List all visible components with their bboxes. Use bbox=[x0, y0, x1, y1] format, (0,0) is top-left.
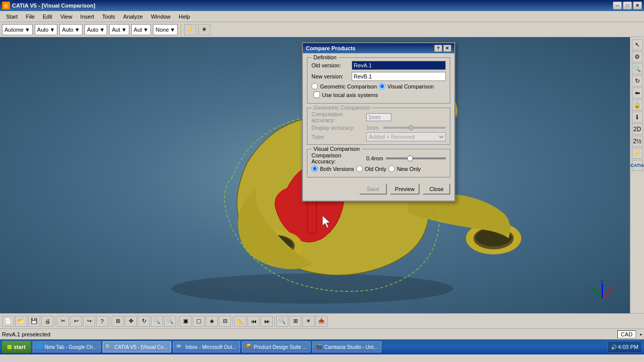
combo-auto3[interactable]: Auto▼ bbox=[85, 24, 108, 35]
preview-button[interactable]: Preview bbox=[390, 184, 420, 195]
rt-btn7[interactable]: 2D bbox=[632, 124, 643, 135]
close-button[interactable]: Close bbox=[423, 184, 450, 195]
computation-accuracy-label: Computation accuracy: bbox=[311, 111, 364, 123]
bt-front-btn[interactable]: ▣ bbox=[180, 316, 192, 327]
combo-aut1[interactable]: Aut▼ bbox=[109, 24, 129, 35]
close-button[interactable]: ✕ bbox=[633, 2, 642, 10]
rt-btn3[interactable]: ↻ bbox=[632, 75, 643, 86]
rt-btn2[interactable]: 🔍 bbox=[632, 63, 643, 74]
bt-rotate-btn[interactable]: ↻ bbox=[138, 316, 150, 327]
geometric-comparison-radio[interactable] bbox=[311, 83, 318, 89]
bt-new-btn[interactable]: 📄 bbox=[2, 316, 14, 327]
bt-export-btn[interactable]: 📤 bbox=[315, 316, 328, 327]
combo-automode[interactable]: Autome▼ bbox=[2, 24, 33, 35]
bt-redo-btn[interactable]: ↪ bbox=[83, 316, 95, 327]
menu-start[interactable]: Start bbox=[2, 13, 22, 21]
comparison-accuracy-thumb[interactable] bbox=[407, 155, 413, 161]
bt-pan-btn[interactable]: ✥ bbox=[125, 316, 137, 327]
menu-file[interactable]: File bbox=[22, 13, 39, 21]
old-version-input[interactable] bbox=[352, 61, 446, 70]
rt-btn1[interactable]: ⚙ bbox=[632, 51, 643, 62]
menu-view[interactable]: View bbox=[56, 13, 76, 21]
taskbar-time: 4:03 PM bbox=[618, 344, 638, 350]
bt-sep2 bbox=[110, 316, 110, 326]
bt-help-btn[interactable]: ? bbox=[96, 316, 108, 327]
camtasia-icon: 🎬 bbox=[316, 343, 323, 350]
bt-sep1 bbox=[55, 316, 55, 326]
taskbar-outlook-btn[interactable]: ✉ Inbox - Microsoft Out... bbox=[173, 341, 239, 352]
bt-undo-btn[interactable]: ↩ bbox=[70, 316, 82, 327]
maximize-button[interactable]: □ bbox=[623, 2, 632, 10]
dialog-help-button[interactable]: ? bbox=[434, 45, 442, 52]
bt-measure-btn[interactable]: 📐 bbox=[234, 316, 247, 327]
rt-btn6[interactable]: ℹ bbox=[632, 112, 643, 123]
bt-next-btn[interactable]: ⏭ bbox=[261, 316, 273, 327]
bt-zoom-out-btn[interactable]: 🔍 bbox=[164, 316, 176, 327]
rt-btn9[interactable]: ⚡ bbox=[632, 148, 643, 159]
old-version-row: Old version: bbox=[311, 61, 446, 70]
bt-save-btn[interactable]: 💾 bbox=[28, 316, 40, 327]
visual-comparison-radio[interactable] bbox=[379, 83, 385, 89]
toolbar-snap-icon[interactable]: ⚡ bbox=[184, 24, 196, 35]
combo-auto2[interactable]: Auto▼ bbox=[59, 24, 83, 35]
menu-help[interactable]: Help bbox=[175, 13, 194, 21]
taskbar-product-btn[interactable]: 📦 Product Design Suite ... bbox=[242, 341, 310, 352]
rt-btn5[interactable]: 🔒 bbox=[632, 100, 643, 111]
menu-insert[interactable]: Insert bbox=[76, 13, 99, 21]
both-versions-radio[interactable] bbox=[311, 165, 318, 172]
minimize-button[interactable]: ─ bbox=[613, 2, 622, 10]
version-display-row: Both Versions Old Only New Only bbox=[311, 165, 446, 172]
bt-struct-btn[interactable]: ⊞ bbox=[289, 316, 301, 327]
bt-fit-btn[interactable]: ⊞ bbox=[112, 316, 124, 327]
bt-render-btn[interactable]: ☀ bbox=[302, 316, 314, 327]
geometric-comparison-section: Geometric Comparison Computation accurac… bbox=[307, 108, 450, 145]
rt-btn8[interactable]: 2½ bbox=[632, 136, 643, 147]
taskbar-catia-btn[interactable]: C CATIA V5 - [Visual Co... bbox=[103, 341, 172, 352]
dialog-close-button[interactable]: ✕ bbox=[443, 45, 451, 52]
menu-edit[interactable]: Edit bbox=[39, 13, 56, 21]
bt-sep3 bbox=[178, 316, 178, 326]
bt-search-btn[interactable]: 🔍 bbox=[276, 316, 288, 327]
status-bar: RevA.1 preselected CAD ▪ bbox=[0, 328, 644, 339]
combo-none[interactable]: None▼ bbox=[153, 24, 178, 35]
bt-section-btn[interactable]: ⊟ bbox=[219, 316, 231, 327]
bt-open-btn[interactable]: 📂 bbox=[15, 316, 27, 327]
new-version-row: New version: bbox=[311, 72, 446, 81]
taskbar-chrome-btn[interactable]: 🌐 New Tab - Google Ch... bbox=[33, 341, 101, 352]
bt-print-btn[interactable]: 🖨 bbox=[41, 316, 53, 327]
display-accuracy-label: Display accuracy: bbox=[311, 125, 364, 131]
new-only-radio[interactable] bbox=[388, 165, 395, 172]
rt-btn4[interactable]: ⬅ bbox=[632, 87, 643, 99]
taskbar-camtasia-btn[interactable]: 🎬 Camtasia Studio - Unt... bbox=[312, 341, 381, 352]
comparison-accuracy-slider[interactable] bbox=[386, 157, 446, 159]
menu-tools[interactable]: Tools bbox=[98, 13, 119, 21]
svg-text:x: x bbox=[612, 284, 614, 288]
dialog-body: Definition Old version: New version: Geo… bbox=[303, 53, 454, 201]
dialog-title-buttons: ? ✕ bbox=[434, 45, 451, 52]
catia-icon: C bbox=[106, 343, 113, 350]
save-button[interactable]: Save bbox=[359, 184, 387, 195]
combo-auto1[interactable]: Auto▼ bbox=[35, 24, 58, 35]
bt-zoom-in-btn[interactable]: 🔍 bbox=[151, 316, 163, 327]
display-accuracy-val: 1mm bbox=[366, 125, 381, 131]
toolbar-render-icon[interactable]: ☀ bbox=[198, 24, 210, 35]
cad-label: CAD bbox=[617, 330, 636, 338]
taskbar: ⊞ start 🌐 New Tab - Google Ch... C CATIA… bbox=[0, 339, 644, 354]
bt-prev-btn[interactable]: ⏮ bbox=[248, 316, 260, 327]
main-area: x y z ↖ ⚙ 🔍 ↻ ⬅ 🔒 ℹ 2D 2½ ⚡ CATIA Compar… bbox=[0, 37, 644, 313]
bt-cut-btn[interactable]: ✂ bbox=[57, 316, 69, 327]
rt-cursor-btn[interactable]: ↖ bbox=[632, 39, 643, 50]
bt-top-btn[interactable]: ▢ bbox=[193, 316, 205, 327]
start-label: start bbox=[14, 344, 26, 350]
new-version-input[interactable] bbox=[352, 72, 446, 81]
menu-analyze[interactable]: Analyze bbox=[119, 13, 147, 21]
combo-aut2[interactable]: Aut▼ bbox=[131, 24, 151, 35]
bt-iso-btn[interactable]: ◈ bbox=[206, 316, 218, 327]
use-local-axis-checkbox[interactable] bbox=[313, 92, 320, 98]
product-label: Product Design Suite ... bbox=[254, 344, 307, 350]
menu-window[interactable]: Window bbox=[147, 13, 175, 21]
svg-point-0 bbox=[172, 274, 453, 304]
start-button[interactable]: ⊞ start bbox=[2, 341, 31, 353]
old-only-radio[interactable] bbox=[356, 165, 363, 172]
app-icon: C bbox=[2, 2, 10, 10]
